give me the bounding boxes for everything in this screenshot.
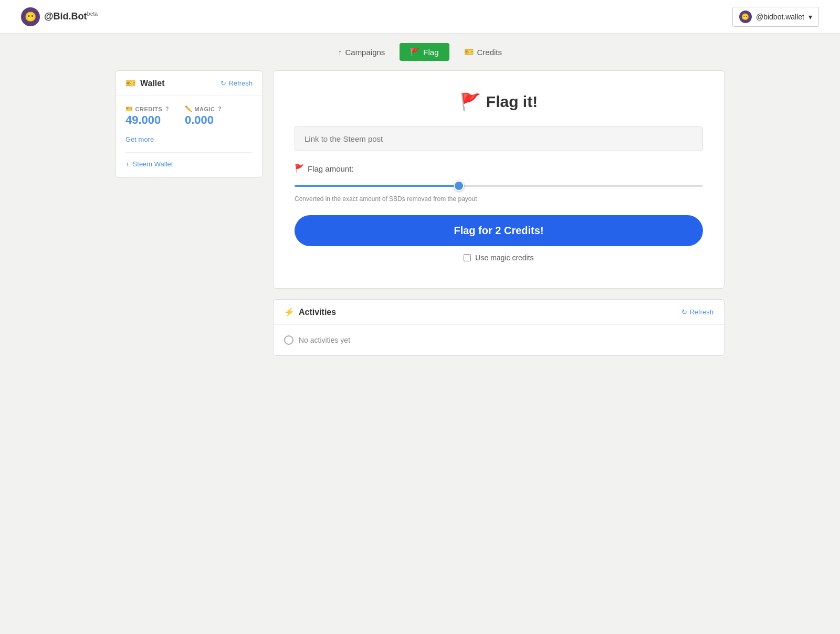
nav-item-credits[interactable]: 🎫 Credits [454, 43, 513, 61]
nav-item-campaigns[interactable]: ↑ Campaigns [328, 44, 395, 61]
nav-item-flag[interactable]: 🚩 Flag [400, 43, 449, 61]
main-layout: 🎫 Wallet ↻ Refresh 🎫 CREDITS ? [52, 70, 788, 356]
wallet-dropdown-button[interactable]: 😶 @bidbot.wallet ▾ [732, 7, 819, 27]
steem-wallet-icon: + [125, 160, 130, 168]
wallet-username: @bidbot.wallet [756, 13, 804, 21]
magic-credits-checkbox[interactable] [464, 254, 471, 261]
wallet-icon: 🎫 [125, 78, 136, 88]
nav-bar: ↑ Campaigns 🚩 Flag 🎫 Credits [0, 34, 840, 70]
activities-header: ⚡ Activities ↻ Refresh [274, 300, 724, 325]
flag-amount-label: 🚩 Flag amount: [295, 164, 703, 173]
magic-credits-row: Use magic credits [295, 253, 703, 262]
credits-nav-icon: 🎫 [464, 47, 474, 57]
flag-title-icon: 🚩 [460, 92, 481, 112]
steem-wallet-link[interactable]: + Steem Wallet [125, 152, 253, 168]
activities-refresh-button[interactable]: ↻ Refresh [681, 308, 713, 316]
credits-value: 49.000 [125, 113, 169, 127]
nav-credits-label: Credits [477, 48, 502, 57]
flag-nav-icon: 🚩 [410, 47, 420, 57]
activities-body: No activities yet [274, 325, 724, 355]
logo-area: 😶 @Bid.Botbeta [21, 7, 98, 26]
magic-credits-label: Use magic credits [475, 253, 533, 262]
nav-campaigns-label: Campaigns [345, 48, 385, 57]
slider-note: Converted in the exact amount of SBDs re… [295, 195, 703, 203]
credits-row: 🎫 CREDITS ? 49.000 ✏️ MAGIC ? 0.000 [125, 105, 253, 127]
post-url-input[interactable] [295, 126, 703, 151]
credits-item: 🎫 CREDITS ? 49.000 [125, 105, 169, 127]
activities-title: ⚡ Activities [284, 307, 336, 317]
flag-submit-button[interactable]: Flag for 2 Credits! [295, 215, 703, 246]
get-more-link[interactable]: Get more [125, 135, 154, 143]
header: 😶 @Bid.Botbeta 😶 @bidbot.wallet ▾ [0, 0, 840, 34]
wallet-card-body: 🎫 CREDITS ? 49.000 ✏️ MAGIC ? 0.000 [116, 96, 262, 177]
user-avatar: 😶 [739, 10, 752, 23]
nav-flag-label: Flag [423, 48, 438, 57]
logo-emoji: 😶 [25, 11, 36, 23]
magic-icon: ✏️ [185, 105, 193, 112]
empty-circle-icon [284, 335, 293, 345]
flag-title: 🚩 Flag it! [295, 92, 703, 112]
wallet-card: 🎫 Wallet ↻ Refresh 🎫 CREDITS ? [116, 70, 262, 178]
flag-amount-icon: 🚩 [295, 164, 304, 173]
dropdown-arrow-icon: ▾ [808, 13, 812, 21]
magic-label: ✏️ MAGIC ? [185, 105, 222, 112]
credits-label: 🎫 CREDITS ? [125, 105, 169, 112]
flag-card: 🚩 Flag it! 🚩 Flag amount: Converted in t… [273, 70, 724, 289]
activities-refresh-icon: ↻ [681, 308, 687, 316]
logo-icon: 😶 [21, 7, 40, 26]
sidebar: 🎫 Wallet ↻ Refresh 🎫 CREDITS ? [116, 70, 262, 356]
magic-item: ✏️ MAGIC ? 0.000 [185, 105, 222, 127]
main-content: 🚩 Flag it! 🚩 Flag amount: Converted in t… [273, 70, 724, 356]
activities-icon: ⚡ [284, 307, 295, 317]
wallet-title: 🎫 Wallet [125, 78, 165, 88]
credits-icon: 🎫 [125, 105, 133, 112]
flag-amount-slider[interactable] [295, 185, 703, 187]
activities-card: ⚡ Activities ↻ Refresh No activities yet [273, 299, 724, 356]
no-activities-message: No activities yet [284, 335, 713, 345]
campaigns-icon: ↑ [338, 48, 342, 57]
magic-value: 0.000 [185, 113, 222, 127]
app-title: @Bid.Botbeta [44, 11, 98, 22]
wallet-card-header: 🎫 Wallet ↻ Refresh [116, 71, 262, 96]
refresh-icon: ↻ [220, 79, 226, 87]
slider-container [295, 179, 703, 189]
wallet-refresh-button[interactable]: ↻ Refresh [220, 79, 253, 87]
